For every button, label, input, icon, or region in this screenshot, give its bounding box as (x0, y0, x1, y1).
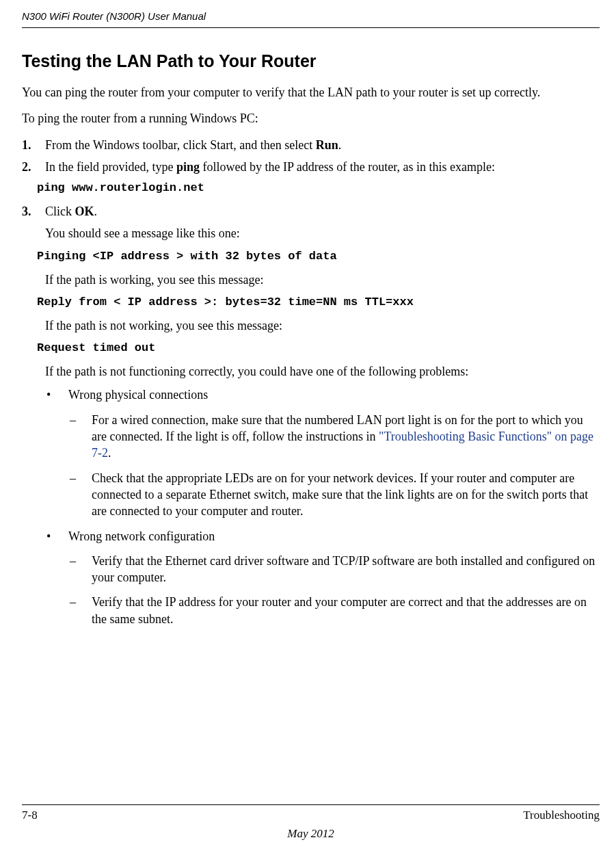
dash-physical-2: – Check that the appropriate LEDs are on… (68, 470, 600, 520)
dash-physical-1-content: For a wired connection, make sure that t… (92, 412, 600, 462)
result-line-2: If the path is working, you see this mes… (45, 272, 600, 288)
lead-paragraph: To ping the router from a running Window… (22, 110, 600, 127)
result-line-4: If the path is not functioning correctly… (45, 363, 600, 380)
bullet-physical: • Wrong physical connections (45, 386, 600, 403)
bullet-network-label: Wrong network configuration (68, 528, 600, 544)
result-line-1: You should see a message like this one: (45, 225, 600, 241)
result-line-3: If the path is not working, you see this… (45, 317, 600, 334)
step-2-code: ping www.routerlogin.net (37, 181, 600, 196)
document-header: N300 WiFi Router (N300R) User Manual (22, 10, 600, 28)
bullet-network: • Wrong network configuration (45, 528, 600, 544)
step-1-bold: Run (316, 138, 338, 152)
dash-network-1: – Verify that the Ethernet card driver s… (68, 553, 600, 586)
step-3-text-post: . (94, 205, 98, 218)
step-2-bold: ping (176, 160, 200, 174)
step-3-content: Click OK. (45, 203, 600, 220)
step-3-bold: OK (75, 205, 94, 218)
dash-network-2: – Verify that the IP address for your ro… (68, 594, 600, 627)
dash-physical-1: – For a wired connection, make sure that… (68, 412, 600, 462)
dash-marker: – (68, 553, 92, 586)
step-2-text-pre: In the field provided, type (45, 160, 176, 174)
result-code-2: Reply from < IP address >: bytes=32 time… (37, 295, 600, 311)
dash-network-1-content: Verify that the Ethernet card driver sof… (92, 553, 600, 586)
footer-section-label: Troubleshooting (523, 808, 600, 824)
bullet-marker: • (45, 528, 68, 544)
dash-network-2-content: Verify that the IP address for your rout… (92, 594, 600, 627)
footer-date: May 2012 (22, 826, 600, 842)
dash-marker: – (68, 594, 92, 627)
step-3-marker: 3. (22, 203, 45, 220)
step-3-details: You should see a message like this one: … (45, 225, 600, 627)
step-2: 2. In the field provided, type ping foll… (22, 159, 600, 175)
page-number: 7-8 (22, 808, 38, 824)
dash-marker: – (68, 412, 92, 462)
dash-physical-1-post: . (108, 446, 111, 460)
step-2-content: In the field provided, type ping followe… (45, 159, 600, 175)
footer-rule (22, 804, 600, 805)
result-code-1: Pinging <IP address > with 32 bytes of d… (37, 249, 600, 265)
step-1-marker: 1. (22, 137, 45, 153)
dash-physical-2-content: Check that the appropriate LEDs are on f… (92, 470, 600, 520)
bullet-physical-label: Wrong physical connections (68, 386, 600, 403)
page-footer: 7-8 Troubleshooting May 2012 (22, 804, 600, 842)
dash-marker: – (68, 470, 92, 520)
step-1-text-post: . (338, 138, 342, 152)
step-2-text-post: followed by the IP address of the router… (200, 160, 495, 174)
result-code-3: Request timed out (37, 341, 600, 356)
section-heading: Testing the LAN Path to Your Router (22, 50, 600, 73)
step-3-text-pre: Click (45, 205, 75, 218)
intro-paragraph: You can ping the router from your comput… (22, 84, 600, 101)
bullet-marker: • (45, 386, 68, 403)
step-1: 1. From the Windows toolbar, click Start… (22, 137, 600, 153)
step-1-text-pre: From the Windows toolbar, click Start, a… (45, 138, 316, 152)
step-3: 3. Click OK. (22, 203, 600, 220)
step-1-content: From the Windows toolbar, click Start, a… (45, 137, 600, 153)
step-2-marker: 2. (22, 159, 45, 175)
